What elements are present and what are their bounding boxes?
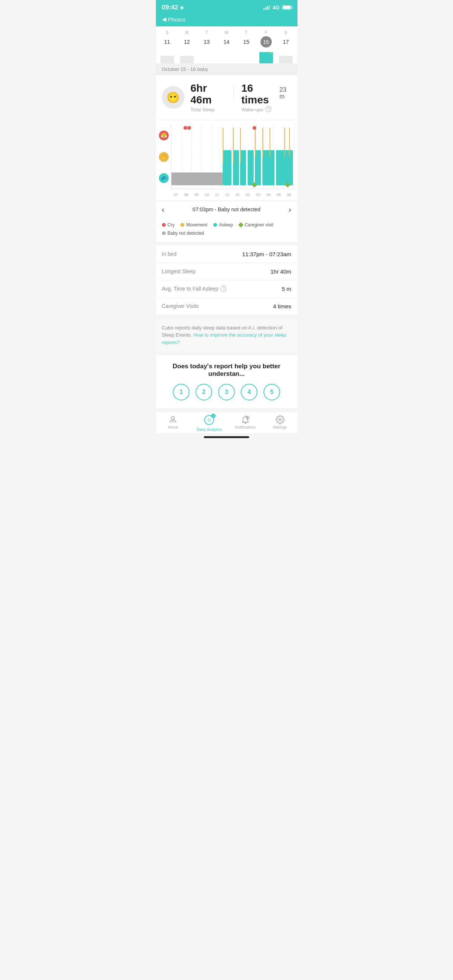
asleep-legend-dot <box>213 223 217 227</box>
stat-divider <box>233 83 234 102</box>
cry-dot-1 <box>183 126 187 130</box>
nav-home-label: Home <box>168 425 178 430</box>
chart-container: 😤 🤚 💤 <box>159 125 295 200</box>
sleep-bar-1 <box>223 150 231 185</box>
legend-cry: Cry <box>162 222 175 228</box>
total-sleep-stat: 6hr 46m Total Sleep <box>191 83 226 113</box>
movement-line-7 <box>284 128 285 157</box>
timeline-next-button[interactable]: › <box>289 205 292 214</box>
date-range-label: October 15 - 16 baby <box>156 64 297 75</box>
stats-table: In bed 11:37pm - 07:23am Longest Sleep 1… <box>156 246 297 315</box>
day-sunday-11[interactable]: S 11 <box>158 30 176 64</box>
asleep-icon: 💤 <box>159 173 169 183</box>
feedback-section: Does today's report help you better unde… <box>156 355 297 408</box>
caregiver-legend-diamond <box>238 222 244 228</box>
sleep-badge: z <box>211 414 215 418</box>
rating-5-button[interactable]: 5 <box>263 384 280 400</box>
timeline-prev-button[interactable]: ‹ <box>162 205 164 214</box>
status-bar: 09:42 4G <box>156 0 297 14</box>
wakeups-avg: 23 m <box>280 86 292 100</box>
svg-text:⊙: ⊙ <box>207 417 211 423</box>
nav-item-notifications[interactable]: ! Notifications <box>234 415 257 432</box>
timeline-event: 07:03pm - Baby not detected <box>193 207 260 212</box>
timeline-nav: ‹ 07:03pm - Baby not detected › <box>156 200 297 218</box>
wakeups-label: Wake-ups <box>241 107 263 113</box>
movement-line-3 <box>240 128 241 163</box>
stat-row-inbed: In bed 11:37pm - 07:23am <box>156 246 297 263</box>
day-monday-12[interactable]: M 12 <box>178 30 196 64</box>
wakeups-info-icon[interactable]: ? <box>265 106 271 112</box>
timeline-event-label: Baby not detected <box>218 207 260 212</box>
battery-icon <box>282 5 292 10</box>
time-display: 09:42 <box>162 4 178 11</box>
back-nav: ◀ Photos <box>156 14 297 26</box>
rating-4-button[interactable]: 4 <box>241 384 257 400</box>
status-right: 4G <box>263 5 292 11</box>
baby-avatar: 😶 <box>162 86 185 109</box>
stat-row-fallasleep: Avg. Time to Fall Asleep ? 5 m <box>156 280 297 298</box>
fall-asleep-info-icon[interactable]: ? <box>220 286 226 292</box>
rating-1-button[interactable]: 1 <box>173 384 190 400</box>
movement-line-2 <box>233 128 234 163</box>
movement-legend-dot <box>180 223 184 227</box>
home-icon <box>168 415 177 424</box>
svg-text:!: ! <box>247 417 248 419</box>
sleep-bar-3 <box>240 150 246 185</box>
rating-row: 1 2 3 4 5 <box>162 384 292 400</box>
status-time: 09:42 <box>162 4 184 11</box>
chart-x-labels: 07 08 09 10 11 12 01 02 03 04 05 06 <box>171 190 295 200</box>
movement-icon: 🤚 <box>159 152 169 162</box>
nav-item-home[interactable]: Home <box>161 415 184 432</box>
sleep-bar-6 <box>262 150 275 185</box>
movement-line-6 <box>270 128 270 157</box>
cry-icon: 😤 <box>159 130 169 140</box>
total-sleep-value: 6hr 46m <box>191 83 226 106</box>
legend-asleep: Asleep <box>213 222 233 228</box>
stat-row-caregiver: Caregiver Visits 4 times <box>156 298 297 315</box>
detect-bar <box>171 172 223 185</box>
day-friday-16[interactable]: F 16 <box>257 30 275 64</box>
wakeups-value: 16 times <box>241 83 278 106</box>
week-calendar: S 11 M 12 T 13 W 14 T 15 <box>156 26 297 75</box>
legend-caregiver: Caregiver visit <box>239 222 273 228</box>
nav-item-sleep-analytics[interactable]: ⊙ z Sleep Analytics <box>196 415 222 432</box>
summary-section: 😶 6hr 46m Total Sleep 16 times 23 m Wake… <box>156 75 297 120</box>
chart-section: 😤 🤚 💤 <box>156 120 297 242</box>
movement-line-1 <box>223 128 223 163</box>
movement-line-5 <box>262 128 263 157</box>
rating-3-button[interactable]: 3 <box>218 384 235 400</box>
rating-2-button[interactable]: 2 <box>196 384 212 400</box>
home-indicator <box>204 436 249 438</box>
day-saturday-17[interactable]: S 17 <box>277 30 295 64</box>
day-tuesday-13[interactable]: T 13 <box>198 30 215 64</box>
back-button[interactable]: ◀ Photos <box>162 16 292 23</box>
nav-item-settings[interactable]: Settings <box>269 415 292 432</box>
settings-icon <box>276 415 285 424</box>
movement-line-4 <box>255 128 255 157</box>
legend-not-detected: Baby not detected <box>162 231 204 236</box>
legend-section: Cry Movement Asleep Caregiver visit Baby… <box>156 218 297 242</box>
legend-movement: Movement <box>180 222 207 228</box>
sleep-bar-2 <box>233 150 239 185</box>
chart-y-labels: 😤 🤚 💤 <box>159 125 170 189</box>
total-sleep-label: Total Sleep <box>191 107 215 113</box>
cry-dot-2 <box>187 126 191 130</box>
svg-point-0 <box>171 417 174 420</box>
notifications-icon: ! <box>241 415 250 424</box>
cry-legend-dot <box>162 223 166 227</box>
sleep-analytics-icon-container: ⊙ z <box>204 415 214 426</box>
bottom-nav: Home ⊙ z Sleep Analytics ! Notifications… <box>156 412 297 433</box>
nav-notifications-label: Notifications <box>235 425 255 430</box>
week-row: S 11 M 12 T 13 W 14 T 15 <box>156 30 297 64</box>
cry-dot-3 <box>252 126 256 130</box>
network-label: 4G <box>273 5 280 11</box>
day-thursday-15[interactable]: T 15 <box>238 30 255 64</box>
day-wednesday-14[interactable]: W 14 <box>218 30 235 64</box>
not-detected-legend-dot <box>162 231 166 235</box>
location-icon <box>180 5 184 10</box>
nav-sleep-label: Sleep Analytics <box>196 428 222 432</box>
info-box: Cubo reports daily sleep data based on A… <box>156 319 297 352</box>
signal-icon <box>263 5 270 10</box>
timeline-time: 07:03pm <box>193 207 213 212</box>
stat-row-longest: Longest Sleep 1hr 40m <box>156 263 297 280</box>
